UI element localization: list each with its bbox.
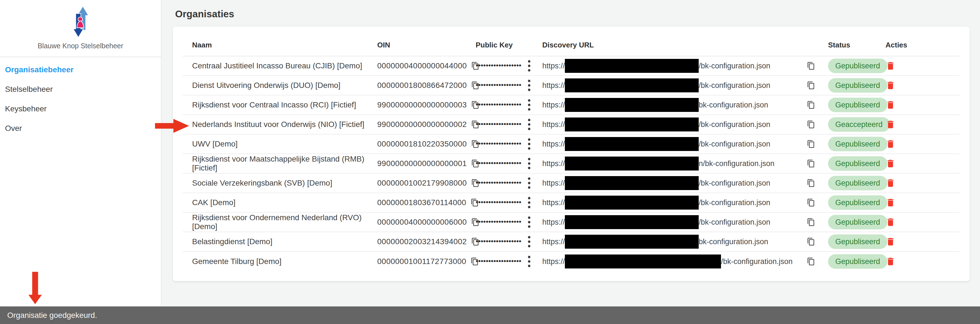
url-prefix: https://: [542, 218, 565, 227]
cell-oin: 00000001800866472000: [368, 81, 466, 90]
url-prefix: https://: [542, 140, 565, 148]
cell-status: Gepubliseerd: [819, 156, 876, 171]
header-discovery-url: Discovery URL: [533, 41, 819, 49]
url-redaction-box: [565, 156, 699, 171]
masked-public-key: ••••••••••••••••••: [476, 62, 521, 69]
masked-public-key: ••••••••••••••••••: [476, 238, 521, 245]
sidebar-nav-item[interactable]: Keysbeheer: [0, 99, 161, 119]
cell-public-key: ••••••••••••••••••: [466, 157, 533, 170]
header-acties: Acties: [876, 41, 959, 49]
copy-url-icon[interactable]: [807, 81, 815, 89]
url-redaction-box: [565, 196, 699, 209]
trash-icon[interactable]: [886, 99, 896, 110]
cell-status: Gepubliseerd: [819, 59, 876, 73]
org-name: Belastingdienst [Demo]: [192, 237, 272, 246]
copy-url-icon[interactable]: [807, 198, 815, 207]
url-prefix: https://: [542, 179, 565, 188]
org-name: Nederlands Instituut voor Onderwijs (NIO…: [192, 120, 364, 129]
copy-url-icon[interactable]: [807, 120, 815, 129]
url-suffix: bk-configuration.json: [699, 238, 768, 246]
table-row: Rijksdienst voor Ondernemend Nederland (…: [183, 213, 959, 232]
cell-acties: [876, 236, 959, 247]
oin-value: 99000000000000000002: [377, 120, 467, 129]
table-body: Centraal Justitieel Incasso Bureau (CJIB…: [183, 56, 959, 271]
url-redaction-box: [565, 254, 721, 268]
trash-icon[interactable]: [886, 119, 896, 130]
table-row: Centraal Justitieel Incasso Bureau (CJIB…: [183, 56, 959, 76]
cell-oin: 99000000000000000001: [368, 159, 466, 168]
url-suffix: /bk-configuration.json: [699, 62, 770, 70]
trash-icon[interactable]: [886, 217, 896, 228]
copy-url-icon[interactable]: [807, 179, 815, 187]
copy-url-icon[interactable]: [807, 101, 815, 109]
cell-public-key: ••••••••••••••••••: [466, 137, 533, 150]
cell-naam: Nederlands Instituut voor Onderwijs (NIO…: [183, 120, 368, 129]
kebab-menu-icon[interactable]: [527, 157, 531, 170]
kebab-menu-icon[interactable]: [527, 99, 531, 111]
cell-status: Gepubliseerd: [819, 78, 876, 93]
masked-public-key: ••••••••••••••••••: [476, 179, 521, 186]
kebab-menu-icon[interactable]: [527, 177, 531, 190]
cell-oin: 00000001810220350000: [368, 139, 466, 148]
kebab-menu-icon[interactable]: [527, 235, 531, 248]
url-redaction-box: [565, 118, 699, 131]
cell-acties: [876, 197, 959, 208]
oin-value: 00000001001172773000: [377, 257, 466, 266]
kebab-menu-icon[interactable]: [527, 79, 531, 92]
sidebar-nav-item[interactable]: Over: [0, 119, 161, 138]
cell-discovery-url: https:// /bk-configuration.json: [533, 118, 819, 131]
trash-icon[interactable]: [886, 197, 896, 208]
copy-url-icon[interactable]: [807, 160, 815, 168]
cell-discovery-url: https:// /bk-configuration.json: [533, 176, 819, 190]
kebab-menu-icon[interactable]: [527, 137, 531, 150]
cell-discovery-url: https:// bk-configuration.json: [533, 98, 819, 112]
cell-naam: Rijksdienst voor Centraal Incasso (RCI) …: [183, 101, 368, 109]
table-row: Gemeente Tilburg [Demo] 0000000100117277…: [183, 252, 959, 271]
cell-acties: [876, 60, 959, 72]
masked-public-key: ••••••••••••••••••: [476, 160, 521, 167]
trash-icon[interactable]: [886, 256, 896, 267]
copy-url-icon[interactable]: [807, 238, 815, 246]
oin-value: 00000002003214394002: [377, 237, 467, 246]
sidebar-nav-item[interactable]: Stelselbeheer: [0, 80, 161, 99]
cell-public-key: ••••••••••••••••••: [466, 235, 533, 248]
cell-status: Geaccepteerd: [819, 117, 876, 132]
table-row: Nederlands Instituut voor Onderwijs (NIO…: [183, 115, 959, 134]
trash-icon[interactable]: [886, 177, 896, 189]
copy-url-icon[interactable]: [807, 140, 815, 148]
header-public-key: Public Key: [466, 41, 533, 49]
trash-icon[interactable]: [886, 139, 896, 150]
header-oin: OIN: [368, 41, 466, 49]
org-name: UWV [Demo]: [192, 139, 237, 148]
cell-discovery-url: https:// /bk-configuration.json: [533, 59, 819, 73]
copy-url-icon[interactable]: [807, 218, 815, 226]
url-prefix: https://: [542, 257, 565, 266]
kebab-menu-icon[interactable]: [527, 196, 531, 209]
trash-icon[interactable]: [886, 236, 896, 247]
copy-url-icon[interactable]: [807, 62, 815, 70]
oin-value: 00000004000000006000: [377, 218, 467, 227]
cell-public-key: ••••••••••••••••••: [466, 79, 533, 92]
sidebar-nav: Organisatiebeheer Stelselbeheer Keysbehe…: [0, 57, 161, 138]
kebab-menu-icon[interactable]: [527, 216, 531, 228]
cell-naam: Centraal Justitieel Incasso Bureau (CJIB…: [183, 61, 368, 70]
cell-naam: UWV [Demo]: [183, 139, 368, 148]
trash-icon[interactable]: [886, 80, 896, 91]
url-suffix: /bk-configuration.json: [699, 81, 770, 90]
sidebar-nav-item[interactable]: Organisatiebeheer: [0, 60, 161, 80]
cell-oin: 99000000000000000002: [368, 120, 466, 129]
url-prefix: https://: [542, 198, 565, 207]
kebab-menu-icon[interactable]: [527, 59, 531, 72]
trash-icon[interactable]: [886, 60, 896, 72]
kebab-menu-icon[interactable]: [527, 255, 531, 268]
cell-public-key: ••••••••••••••••••: [466, 118, 533, 131]
kebab-menu-icon[interactable]: [527, 118, 531, 131]
trash-icon[interactable]: [886, 158, 896, 169]
sidebar: Blauwe Knop Stelselbeheer Organisatiebeh…: [0, 0, 161, 306]
url-redaction-box: [565, 98, 699, 112]
cell-naam: Rijksdienst voor Ondernemend Nederland (…: [183, 213, 368, 231]
cell-status: Gepubliseerd: [819, 176, 876, 190]
copy-url-icon[interactable]: [807, 257, 815, 266]
cell-discovery-url: https:// /bk-configuration.json: [533, 137, 819, 151]
url-suffix: bk-configuration.json: [699, 101, 768, 109]
